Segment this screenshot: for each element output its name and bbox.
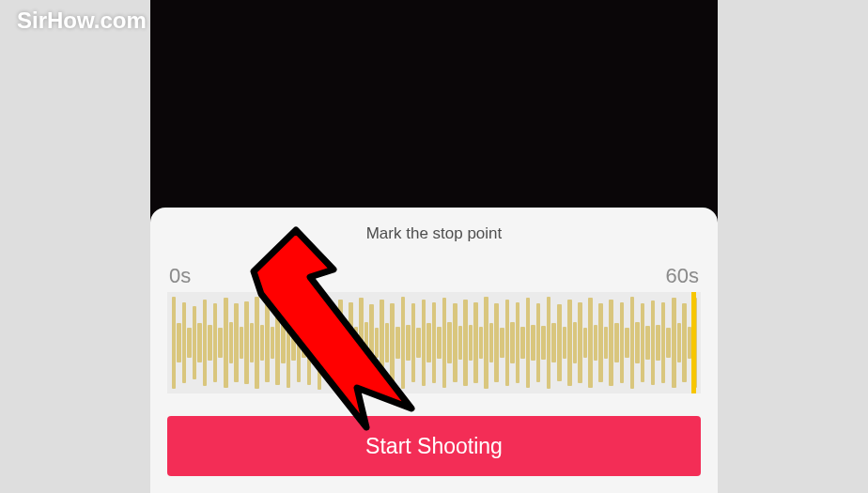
waveform-bar xyxy=(594,325,598,362)
waveform-bar xyxy=(473,302,478,383)
waveform-bar xyxy=(630,297,635,388)
waveform-bar xyxy=(447,322,452,362)
waveform-bar xyxy=(197,323,202,362)
waveform-bar xyxy=(547,297,551,388)
waveform-bar xyxy=(526,298,531,387)
waveform-bar xyxy=(672,298,676,387)
waveform-bar xyxy=(479,327,484,360)
waveform-bar xyxy=(369,304,374,381)
waveform-bar xyxy=(489,323,494,362)
waveform-bar xyxy=(620,302,625,383)
waveform-bar xyxy=(666,328,671,358)
waveform-bar xyxy=(406,325,411,362)
waveform-bar xyxy=(291,325,296,362)
waveform-bar xyxy=(224,298,228,387)
waveform-bar xyxy=(484,297,488,388)
waveform-bar xyxy=(625,328,629,358)
timer-panel: Mark the stop point 0s 60s Start Shootin… xyxy=(150,208,718,493)
waveform-bar xyxy=(641,303,645,382)
waveform-bar xyxy=(505,300,510,387)
waveform-bar xyxy=(187,328,192,358)
waveform-bar xyxy=(395,327,400,360)
waveform-bar xyxy=(172,297,177,388)
waveform-bar xyxy=(359,298,364,387)
waveform-bar xyxy=(651,300,656,386)
waveform-bar xyxy=(656,325,660,362)
waveform-bar xyxy=(208,325,212,361)
waveform-bar xyxy=(193,306,197,379)
waveform-bar xyxy=(250,323,255,362)
waveform-bar xyxy=(328,303,333,382)
waveform-bar xyxy=(541,326,546,361)
waveform-bar xyxy=(614,323,619,362)
waveform-bar xyxy=(401,297,406,388)
waveform-bar xyxy=(494,303,499,382)
waveform-bar xyxy=(275,300,280,386)
waveform-bar xyxy=(573,322,578,362)
waveform-bar xyxy=(297,303,302,382)
waveform-bar xyxy=(531,325,535,362)
waveform-bar xyxy=(203,300,208,387)
waveform-bar xyxy=(432,302,437,383)
waveform-bar xyxy=(458,326,463,361)
waveform-bar xyxy=(411,303,416,382)
waveform-bar xyxy=(265,303,270,382)
waveform-bar xyxy=(469,325,473,362)
waveform-bar xyxy=(563,327,567,360)
waveform-bar xyxy=(682,303,687,382)
time-end-label: 60s xyxy=(666,264,699,288)
waveform-bar xyxy=(255,297,259,388)
waveform-bar xyxy=(416,328,421,358)
waveform-bar xyxy=(177,323,181,362)
waveform-bar xyxy=(260,325,265,362)
waveform-bar xyxy=(588,298,593,387)
waveform-bar xyxy=(604,327,609,360)
waveform-bar xyxy=(598,303,603,382)
phone-viewport: Mark the stop point 0s 60s Start Shootin… xyxy=(150,0,718,493)
waveform-bar xyxy=(312,322,317,362)
waveform-bar xyxy=(302,328,306,358)
waveform-bar xyxy=(463,300,468,387)
waveform-bar xyxy=(354,327,359,360)
waveform-bar xyxy=(244,301,249,385)
waveform-bar xyxy=(609,300,613,387)
waveform-bar xyxy=(661,302,666,383)
waveform-bar xyxy=(218,328,223,358)
start-shooting-button[interactable]: Start Shooting xyxy=(167,416,701,476)
waveform-bar xyxy=(557,304,562,381)
waveform-bar xyxy=(349,302,353,383)
waveform-bar xyxy=(578,302,582,383)
waveform-bar xyxy=(380,300,384,387)
waveform-bar xyxy=(333,325,337,362)
waveform-bar xyxy=(567,300,572,387)
waveform-bar xyxy=(385,323,390,362)
waveform-bar xyxy=(500,328,504,358)
waveform-bar xyxy=(307,300,312,386)
waveform-bar xyxy=(213,303,218,382)
waveform-bar xyxy=(583,328,588,358)
panel-title: Mark the stop point xyxy=(167,224,701,243)
watermark-text: SirHow.com xyxy=(17,8,147,34)
waveform-bar xyxy=(338,300,343,387)
waveform-bar xyxy=(182,302,187,383)
waveform-bar xyxy=(426,323,431,362)
waveform-bar xyxy=(344,323,349,362)
waveform-bar xyxy=(287,298,291,387)
waveform-bars xyxy=(167,292,701,393)
time-start-label: 0s xyxy=(169,264,191,288)
waveform-bar xyxy=(645,326,650,361)
waveform-bar xyxy=(271,327,275,360)
waveform-bar xyxy=(551,323,556,362)
waveform-bar xyxy=(520,327,525,360)
waveform-track[interactable] xyxy=(167,292,701,393)
waveform-bar xyxy=(364,322,369,362)
waveform-bar xyxy=(510,322,515,362)
waveform-bar xyxy=(536,303,541,382)
waveform-bar xyxy=(234,303,239,382)
waveform-bar xyxy=(390,303,395,382)
waveform-bar xyxy=(635,322,640,362)
waveform-bar xyxy=(322,326,327,361)
stop-point-marker[interactable] xyxy=(691,292,697,393)
waveform-bar xyxy=(422,300,426,387)
waveform-bar xyxy=(375,328,380,358)
